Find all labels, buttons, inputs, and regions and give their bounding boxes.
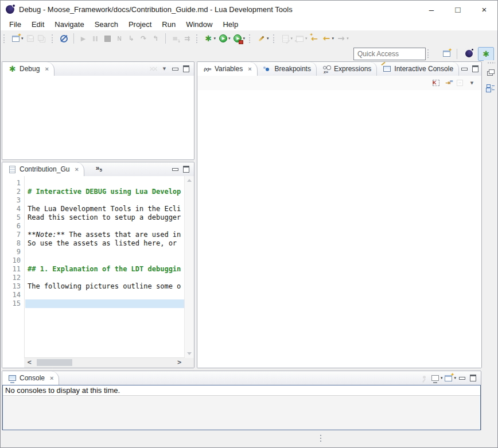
hidden-editors-chevron[interactable]: »5: [94, 162, 104, 176]
debug-perspective-button[interactable]: [478, 47, 494, 61]
scroll-down-arrow-icon[interactable]: [187, 352, 192, 355]
minimize-button[interactable]: [170, 64, 181, 75]
hidden-editors-count: 5: [100, 167, 102, 173]
menu-search[interactable]: Search: [90, 19, 123, 30]
menu-run[interactable]: Run: [157, 19, 181, 30]
tab-console[interactable]: Console ×: [2, 371, 59, 385]
dropdown-arrow-icon[interactable]: ▾: [228, 36, 231, 41]
maximize-window-button[interactable]: □: [445, 1, 471, 18]
last-edit-location-button[interactable]: [309, 33, 321, 44]
pen-icon: [256, 34, 266, 44]
editor-content: 123456789101112131415 # Interactive DEBU…: [2, 176, 194, 368]
minimize-window-button[interactable]: –: [418, 1, 445, 18]
view-menu-button[interactable]: [159, 64, 170, 75]
sash-drag-dots-icon[interactable]: [320, 435, 321, 436]
step-into-button[interactable]: [126, 33, 138, 44]
navigate-into-button[interactable]: [442, 77, 454, 88]
dropdown-arrow-icon[interactable]: ▾: [267, 36, 269, 41]
pin-editor-button[interactable]: ▾: [294, 33, 309, 44]
dropdown-arrow-icon[interactable]: ▾: [441, 376, 443, 380]
dropdown-arrow-icon[interactable]: ▾: [347, 36, 349, 41]
drop-to-frame-button[interactable]: [169, 33, 181, 44]
toolbar-group: ▾▾▾▾: [278, 33, 351, 44]
menu-edit[interactable]: Edit: [26, 19, 49, 30]
minimize-button[interactable]: [170, 164, 181, 175]
horizontal-scroll-thumb[interactable]: [37, 359, 72, 366]
dropdown-arrow-icon[interactable]: ▾: [243, 36, 246, 41]
scroll-right-arrow-icon[interactable]: >: [177, 359, 182, 365]
dropdown-arrow-icon[interactable]: ▾: [291, 36, 293, 41]
run-button[interactable]: ▾: [217, 33, 232, 44]
dropdown-arrow-icon[interactable]: ▾: [332, 36, 334, 41]
dropdown-arrow-icon[interactable]: ▾: [305, 36, 308, 41]
menu-project[interactable]: Project: [123, 19, 157, 30]
editor-line: # Interactive DEBUG using Lua Develop: [28, 188, 185, 196]
open-perspective-button[interactable]: [438, 47, 454, 61]
last-edit-icon: [310, 34, 320, 44]
maximize-button[interactable]: [468, 373, 478, 384]
toolbar-group: ▾▾▾: [201, 33, 248, 44]
collapse-all-button[interactable]: [454, 77, 466, 88]
menu-help[interactable]: Help: [217, 19, 243, 30]
editor-text-area[interactable]: # Interactive DEBUG using Lua DevelopThe…: [25, 176, 185, 358]
maximize-button[interactable]: [181, 64, 192, 75]
new-wizard-button[interactable]: ▾: [10, 33, 25, 44]
pin-console-button[interactable]: [419, 373, 430, 384]
remove-all-terminated-button[interactable]: [148, 64, 159, 75]
text-segment: # Interactive DEBUG using Lua Develop: [28, 188, 181, 196]
maximize-button[interactable]: [181, 164, 192, 175]
use-step-filters-button[interactable]: [181, 33, 193, 44]
menu-navigate[interactable]: Navigate: [49, 19, 89, 30]
resume-button[interactable]: [77, 33, 90, 44]
close-tab-icon[interactable]: ×: [75, 166, 78, 173]
strip-drag-handle[interactable]: [487, 62, 495, 64]
tab-contribution-guide[interactable]: Contribution_Gu ×: [2, 162, 84, 176]
editor-vertical-scrollbar[interactable]: [184, 176, 194, 358]
editor-line: [28, 274, 185, 282]
open-console-button[interactable]: ▾: [443, 373, 457, 384]
close-tab-icon[interactable]: ×: [50, 375, 53, 381]
tab-debug[interactable]: Debug ×: [2, 62, 55, 76]
editor-horizontal-scrollbar[interactable]: < >: [24, 357, 185, 368]
scroll-up-arrow-icon[interactable]: [187, 179, 192, 182]
new-task-button[interactable]: ▾: [279, 33, 294, 44]
menu-file[interactable]: File: [4, 19, 26, 30]
run-external-tools-button[interactable]: ▾: [232, 33, 247, 44]
dropdown-arrow-icon[interactable]: ▾: [214, 36, 216, 41]
forward-button[interactable]: ▾: [335, 33, 350, 44]
restore-views-button[interactable]: [485, 67, 497, 78]
tab-breakpoints[interactable]: Breakpoints: [258, 62, 317, 76]
min-icon: [460, 64, 469, 74]
skip-all-breakpoints-button[interactable]: [58, 33, 70, 44]
view-layout-button[interactable]: [485, 83, 497, 94]
lua-perspective-button[interactable]: [461, 47, 477, 61]
menu-window[interactable]: Window: [181, 19, 217, 30]
quick-access-input[interactable]: [353, 48, 426, 60]
scroll-left-arrow-icon[interactable]: <: [27, 359, 32, 365]
tab-expressions[interactable]: Expressions: [317, 62, 377, 76]
tab-interactive-console[interactable]: Interactive Console: [377, 62, 459, 76]
step-return-button[interactable]: [150, 33, 162, 44]
save-all-button[interactable]: [37, 33, 49, 44]
show-logical-structure-button[interactable]: [430, 77, 442, 88]
tab-variables[interactable]: Variables×: [197, 62, 258, 76]
close-window-button[interactable]: ×: [471, 1, 497, 18]
editor-line: [28, 179, 185, 188]
suspend-button[interactable]: [90, 33, 102, 44]
suspend-icon: [91, 34, 100, 44]
variables-view-toolbar: [197, 76, 481, 90]
marker-pen-button[interactable]: ▾: [255, 33, 270, 44]
minimize-button[interactable]: [457, 373, 468, 384]
back-button[interactable]: ▾: [321, 33, 336, 44]
terminate-button[interactable]: [102, 33, 114, 44]
close-tab-icon[interactable]: ×: [248, 65, 251, 72]
minimize-button[interactable]: [459, 64, 470, 75]
debug-button[interactable]: ▾: [203, 33, 217, 44]
step-over-button[interactable]: [138, 33, 150, 44]
disconnect-button[interactable]: [114, 33, 126, 44]
save-button[interactable]: [25, 33, 37, 44]
close-tab-icon[interactable]: ×: [45, 65, 48, 72]
view-menu-button[interactable]: [466, 77, 478, 88]
display-selected-console-button[interactable]: ▾: [430, 373, 443, 384]
maximize-button[interactable]: [470, 64, 481, 75]
